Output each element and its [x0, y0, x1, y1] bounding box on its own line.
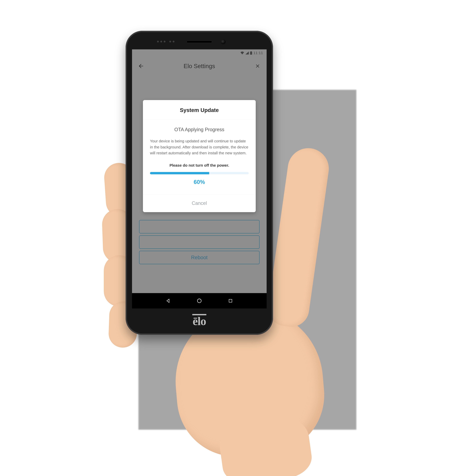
nav-recent-icon[interactable]	[227, 298, 234, 304]
phone-device: 11:11 Elo Settings Reboot System Update	[126, 31, 273, 335]
dialog-warning-text: Please do not turn off the power.	[150, 163, 249, 168]
phone-top-hardware	[126, 38, 273, 45]
brand-text: ēlo	[193, 315, 206, 327]
phone-screen: 11:11 Elo Settings Reboot System Update	[132, 49, 267, 308]
dialog-subtitle: OTA Applying Progress	[150, 127, 249, 132]
front-camera	[221, 39, 225, 44]
progress-bar	[150, 172, 249, 174]
progress-bar-fill	[150, 172, 209, 174]
device-brand-logo: ēlo	[126, 314, 273, 328]
system-update-dialog: System Update OTA Applying Progress Your…	[143, 100, 256, 212]
nav-home-icon[interactable]	[196, 298, 202, 304]
dialog-body: OTA Applying Progress Your device is bei…	[143, 120, 256, 194]
earpiece-speaker	[186, 41, 212, 43]
progress-percentage: 60%	[150, 179, 249, 190]
android-navigation-bar	[132, 293, 267, 308]
svg-rect-3	[229, 299, 232, 302]
nav-back-icon[interactable]	[165, 298, 171, 304]
svg-point-2	[197, 299, 201, 303]
dialog-title: System Update	[143, 100, 256, 120]
dialog-body-text: Your device is being updated and will co…	[150, 138, 249, 156]
cancel-button[interactable]: Cancel	[143, 194, 256, 212]
sensor-dots	[157, 41, 175, 42]
